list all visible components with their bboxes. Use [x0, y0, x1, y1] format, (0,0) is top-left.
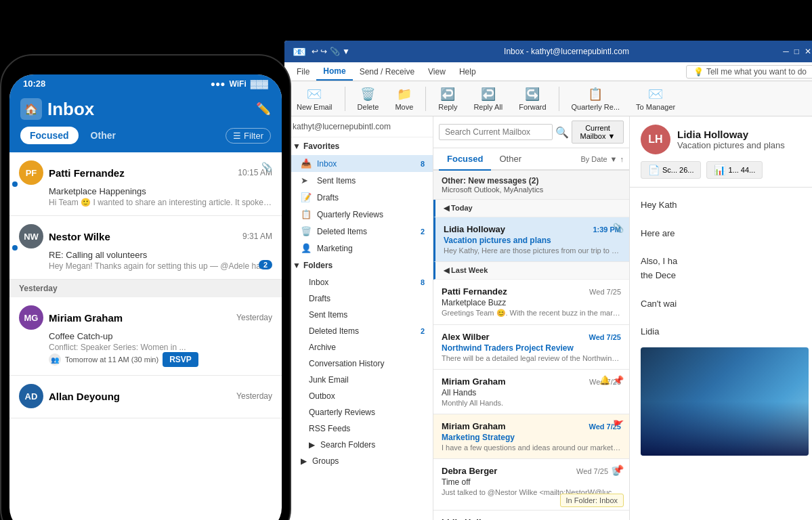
folder-search[interactable]: ▶ Search Folders: [284, 437, 433, 453]
reply-button[interactable]: ↩️ Reply: [431, 84, 464, 114]
email-subject: Vacation pictures and plans: [444, 236, 621, 245]
phone-filter-button[interactable]: ☰ Filter: [226, 128, 271, 144]
delete-button[interactable]: 🗑️ Delete: [351, 84, 386, 114]
folder-archive[interactable]: Archive: [284, 339, 433, 355]
menu-view[interactable]: View: [421, 62, 452, 81]
list-item[interactable]: NW Nestor Wilke 9:31 AM RE: Calling all …: [9, 216, 282, 280]
phone-compose-icon[interactable]: ✏️: [256, 102, 271, 116]
email-sender: Allan Deyoung: [49, 391, 120, 402]
email-list-item[interactable]: Patti Fernandez Wed 7/25 Marketplace Buz…: [433, 280, 629, 325]
separator: [559, 87, 559, 111]
marketing-icon: 👤: [301, 243, 312, 253]
folder-outbox[interactable]: Outbox: [284, 388, 433, 404]
pin-icon: 📌: [613, 375, 624, 385]
reading-email-image: [641, 347, 809, 456]
folder-deleted[interactable]: Deleted Items 2: [284, 323, 433, 339]
minimize-button[interactable]: ─: [783, 47, 789, 56]
quarterly-icon: 📋: [588, 87, 603, 102]
search-icon[interactable]: 🔍: [555, 126, 569, 139]
section-today-triangle: ◀: [444, 204, 451, 212]
folder-drafts[interactable]: Drafts: [284, 290, 433, 307]
phone-inbox-title: 🏠 Inbox: [20, 98, 94, 120]
sort-dropdown-icon: ▼: [610, 155, 618, 163]
email-list-item[interactable]: Lidia Holloway 1:39 PM Vacation pictures…: [433, 217, 629, 262]
email-subject: Marketplace Buzz: [442, 298, 621, 307]
folder-inbox[interactable]: Inbox 8: [284, 274, 433, 290]
chevron-right-icon: ▶: [309, 440, 315, 450]
drafts-icon: 📝: [301, 192, 312, 202]
quarterly-review-button[interactable]: 📋 Quarterly Re...: [565, 84, 627, 114]
attachment-file-1[interactable]: 📄 Sc... 26...: [641, 161, 701, 179]
chevron-down-icon: ▼: [293, 142, 301, 151]
phone-screen: 10:28 ●●● WiFi ▓▓▓ 🏠 Inbox ✏️ Focused Ot…: [9, 74, 282, 520]
doc-icon: 📄: [648, 165, 660, 175]
folder-quarterly-reviews[interactable]: Quarterly Reviews: [284, 404, 433, 420]
folder-sent[interactable]: Sent Items: [284, 307, 433, 323]
sidebar-item-inbox[interactable]: 📥 Inbox 8: [284, 155, 433, 172]
menu-file[interactable]: File: [290, 62, 316, 81]
forward-button[interactable]: ↪️ Forward: [512, 84, 553, 114]
email-preview: Greetings Team 😊. With the recent buzz i…: [442, 309, 621, 318]
titlebar-icons: ↩ ↪ 📎 ▼: [312, 47, 350, 56]
search-dropdown-button[interactable]: Current Mailbox ▼: [572, 121, 624, 144]
phone-tab-focused[interactable]: Focused: [20, 127, 79, 144]
email-sender: Lidia Holloway: [442, 517, 503, 520]
sidebar-item-quarterly[interactable]: 📋 Quarterly Reviews: [284, 206, 433, 223]
folder-junk[interactable]: Junk Email: [284, 372, 433, 388]
menu-send-receive[interactable]: Send / Receive: [353, 62, 421, 81]
maximize-button[interactable]: □: [794, 47, 799, 56]
pin2-icon: 📌: [613, 464, 624, 475]
sidebar-item-deleted[interactable]: 🗑️ Deleted Items 2: [284, 223, 433, 240]
to-manager-button[interactable]: ✉️ To Manager: [629, 84, 682, 114]
reading-body: Hey Kath Here are Also, I ha the Dece Ca…: [630, 188, 812, 520]
close-button[interactable]: ✕: [805, 47, 811, 56]
sort-direction-icon: ↑: [620, 155, 624, 163]
email-list-item[interactable]: Alex Wilber Wed 7/25 Northwind Traders P…: [433, 325, 629, 370]
list-item[interactable]: AD Allan Deyoung Yesterday: [9, 376, 282, 418]
move-button[interactable]: 📁 Move: [388, 84, 420, 114]
move-icon: 📁: [397, 87, 412, 102]
reading-header: LH Lidia Holloway Vacation pictures and …: [630, 116, 812, 188]
sidebar-item-drafts[interactable]: 📝 Drafts: [284, 189, 433, 206]
chevron-down-folders-icon: ▼: [293, 261, 301, 270]
filter-icon: ☰: [233, 131, 241, 141]
email-list-item[interactable]: Miriam Graham Wed 7/25 Marketing Strateg…: [433, 414, 629, 459]
tab-other[interactable]: Other: [491, 148, 530, 169]
list-item[interactable]: PF Patti Fernandez 10:15 AM Marketplace …: [9, 152, 282, 216]
list-item[interactable]: MG Miriam Graham Yesterday Coffee Catch-…: [9, 297, 282, 376]
folder-rss[interactable]: RSS Feeds: [284, 420, 433, 437]
reply-all-button[interactable]: ↩️ Reply All: [467, 84, 509, 114]
sidebar-item-marketing[interactable]: 👤 Marketing: [284, 240, 433, 257]
folder-conversation-history[interactable]: Conversation History: [284, 355, 433, 372]
flag-icon: 🚩: [613, 420, 624, 430]
email-subject: RE: Calling all volunteers: [49, 250, 272, 260]
phone-tab-other[interactable]: Other: [81, 127, 125, 144]
email-sender: Miriam Graham: [49, 312, 123, 324]
notification-subtitle: Microsoft Outlook, MyAnalytics: [442, 186, 621, 194]
email-list-item[interactable]: Lidia Holloway: [433, 511, 629, 520]
email-subject: Marketing Strategy: [442, 433, 621, 442]
sidebar-item-groups[interactable]: ▶ Groups: [284, 453, 433, 469]
outlook-reading-pane: LH Lidia Holloway Vacation pictures and …: [630, 116, 812, 520]
sort-control[interactable]: By Date ▼ ↑: [580, 155, 624, 163]
email-subject: All Hands: [442, 388, 621, 397]
email-list-item[interactable]: Miriam Graham Wed 7/25 All Hands Monthly…: [433, 370, 629, 414]
rsvp-button[interactable]: RSVP: [163, 352, 198, 367]
search-input[interactable]: [439, 124, 553, 140]
email-sender: Patti Fernandez: [442, 286, 507, 297]
attachment-file-2[interactable]: 📊 1... 44...: [706, 161, 763, 179]
tell-me-input[interactable]: 💡 Tell me what you want to do: [686, 65, 812, 79]
other-notification[interactable]: Other: New messages (2) Microsoft Outloo…: [433, 171, 629, 200]
tab-focused[interactable]: Focused: [439, 148, 491, 169]
chevron-right-groups-icon: ▶: [301, 456, 307, 466]
body-line-3: Also, I ha: [641, 255, 809, 269]
new-email-button[interactable]: ✉️ New Email: [290, 84, 339, 114]
reading-sender: Lidia Holloway: [677, 129, 809, 140]
sidebar-item-sent[interactable]: ➤ Sent Items: [284, 172, 433, 189]
outlook-menubar: File Home Send / Receive View Help 💡 Tel…: [284, 62, 812, 81]
menu-help[interactable]: Help: [452, 62, 483, 81]
menu-home[interactable]: Home: [316, 62, 352, 81]
outlook-titlebar: 📧 ↩ ↪ 📎 ▼ Inbox - kathyt@lucernepubintl.…: [284, 41, 812, 62]
email-preview: Conflict: Speaker Series: Women in ...: [49, 343, 272, 352]
email-list-item[interactable]: Debra Berger Wed 7/25 🗑️ Time off Just t…: [433, 459, 629, 511]
